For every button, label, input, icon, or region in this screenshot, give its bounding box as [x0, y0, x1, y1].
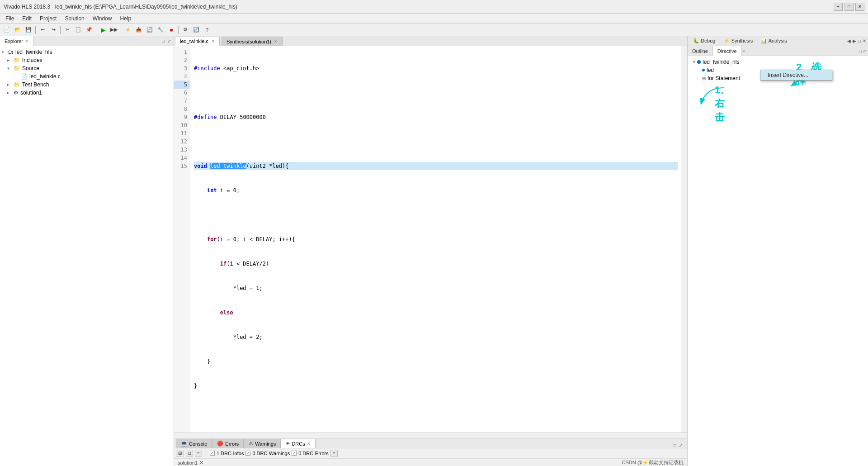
drc-infos-checkbox-group: 1 DRC-Infos: [210, 451, 244, 456]
top-right-tab-debug[interactable]: 🐛 Debug: [689, 37, 719, 45]
directive-tab-close[interactable]: ✕: [742, 49, 745, 53]
toolbar-stop[interactable]: ■: [166, 25, 176, 35]
bottom-btn-2[interactable]: □: [186, 450, 193, 456]
explorer-tab-close[interactable]: ✕: [25, 39, 28, 43]
toolbar-cosim[interactable]: 🔄: [145, 25, 155, 35]
bottom-tabs-row: 💻 Console 🔴 Errors ⚠ Warnings ✳ DRCs: [174, 438, 687, 448]
menu-edit[interactable]: Edit: [19, 14, 35, 23]
context-menu-insert-directive[interactable]: Insert Directive...: [760, 70, 832, 80]
editor-tab-led-c[interactable]: led_twinkle.c ✕: [175, 37, 220, 46]
expand-icon-source[interactable]: ▾: [7, 66, 12, 71]
tree-item-testbench[interactable]: ▸ 📁 Test Bench: [0, 81, 174, 89]
status-bar: solution1 ✕ CSDN @⚡截动支持记载机: [174, 458, 687, 466]
menu-solution[interactable]: Solution: [61, 14, 88, 23]
toolbar-impl[interactable]: 🔧: [156, 25, 165, 35]
file-icon-led-c: 📄: [21, 73, 28, 80]
toolbar-run[interactable]: ▶: [98, 25, 108, 35]
toolbar-open[interactable]: 📂: [13, 25, 23, 35]
explorer-minimize-btn[interactable]: □: [161, 38, 165, 43]
toolbar-undo[interactable]: ↩: [38, 25, 47, 35]
expand-icon-includes[interactable]: ▸: [7, 58, 12, 62]
vertical-scrollbar[interactable]: [681, 46, 687, 433]
toolbar-save[interactable]: 💾: [24, 25, 33, 35]
drcs-tab-close[interactable]: ✕: [307, 442, 311, 446]
bottom-tab-console[interactable]: 💻 Console: [176, 439, 212, 448]
line-num-11: 11: [174, 129, 190, 138]
menu-window[interactable]: Window: [89, 14, 116, 23]
right-minimize-btn[interactable]: □: [859, 48, 862, 53]
toolbar-help2[interactable]: ?: [202, 25, 212, 35]
explorer-tab-label: Explorer: [5, 38, 23, 44]
toolbar-cut[interactable]: ✂: [62, 25, 72, 35]
drc-warnings-label: 0 DRC-Warnings: [252, 451, 290, 456]
code-line-5: void led_twinkle(uint2 *led){: [194, 162, 678, 170]
drc-infos-checkbox[interactable]: [210, 451, 215, 456]
top-right-back-btn[interactable]: ◀: [847, 38, 851, 43]
bottom-tab-drcs[interactable]: ✳ DRCs ✕: [281, 439, 315, 448]
editor-tab-synthesis[interactable]: Synthesis(solution1) ✕: [222, 37, 283, 46]
right-maximize-btn[interactable]: ⤢: [863, 48, 866, 53]
minimize-button[interactable]: −: [834, 3, 843, 11]
top-right-minimize-btn[interactable]: □: [858, 38, 861, 43]
toolbar-run-all[interactable]: ▶▶: [109, 25, 119, 35]
toolbar-redo[interactable]: ↪: [48, 25, 58, 35]
tree-item-source[interactable]: ▾ 📁 Source: [0, 64, 174, 72]
bottom-tab-warnings[interactable]: ⚠ Warnings: [244, 439, 281, 448]
tree-label-led-c: led_twinkle.c: [29, 73, 61, 80]
outline-tab[interactable]: Outline: [688, 46, 712, 56]
code-line-12: *led = 2;: [194, 333, 678, 341]
toolbar-copy[interactable]: 📋: [73, 25, 83, 35]
explorer-maximize-btn[interactable]: ⤢: [166, 38, 172, 43]
tree-item-root[interactable]: ▾ 🗂 led_twinkle_hls: [0, 48, 174, 56]
code-line-3: #define DELAY 50000000: [194, 113, 678, 121]
editor-tab-synthesis-close[interactable]: ✕: [274, 39, 278, 44]
menu-file[interactable]: File: [2, 14, 18, 23]
toolbar-export[interactable]: 📤: [134, 25, 144, 35]
top-right-tab-synthesis[interactable]: ⚡ Synthesis: [720, 37, 756, 45]
toolbar-paste[interactable]: 📌: [84, 25, 94, 35]
toolbar-new[interactable]: 📄: [2, 25, 12, 35]
bottom-btn-3[interactable]: ≡: [195, 450, 202, 456]
menu-project[interactable]: Project: [36, 14, 60, 23]
outline-item-root[interactable]: ▾ led_twinkle_hls: [691, 58, 864, 66]
toolbar-refresh[interactable]: 🔃: [191, 25, 201, 35]
drc-warnings-checkbox[interactable]: [245, 451, 250, 456]
tree-item-solution1[interactable]: ▸ ⚙ solution1: [0, 89, 174, 97]
line-num-1: 1: [174, 48, 190, 56]
drc-filter-btn[interactable]: ≡: [330, 450, 338, 456]
toolbar-synth[interactable]: ⚡: [123, 25, 133, 35]
solution-tab-close[interactable]: ✕: [199, 460, 203, 466]
top-right-fwd-btn[interactable]: ▶: [853, 38, 856, 43]
top-right-tab-analysis[interactable]: 📊 Analysis: [757, 37, 790, 45]
close-button[interactable]: ✕: [855, 3, 864, 11]
directive-tab[interactable]: Directive: [712, 46, 742, 56]
toolbar-sep3: [96, 26, 96, 34]
bottom-btn-1[interactable]: ⊟: [176, 450, 184, 456]
maximize-button[interactable]: □: [844, 3, 854, 11]
top-right-maximize-btn[interactable]: ✕: [863, 38, 866, 43]
horizontal-scrollbar[interactable]: [174, 433, 687, 438]
code-editor[interactable]: #include <ap_cint.h> #define DELAY 50000…: [190, 46, 681, 433]
explorer-tab[interactable]: Explorer ✕: [0, 36, 33, 46]
editor-tab-synthesis-label: Synthesis(solution1): [226, 39, 271, 44]
editor-tab-led-c-close[interactable]: ✕: [211, 39, 215, 43]
tree-item-includes[interactable]: ▸ 📁 Includes: [0, 56, 174, 64]
menu-help[interactable]: Help: [116, 14, 135, 23]
drc-infos-label: 1 DRC-Infos: [217, 451, 244, 456]
bottom-tab-errors[interactable]: 🔴 Errors: [212, 439, 244, 448]
expand-icon-testbench[interactable]: ▸: [7, 82, 12, 87]
top-right-tabs: 🐛 Debug ⚡ Synthesis 📊 Analysis ◀ ▶ □ ✕: [688, 36, 868, 46]
toolbar-settings[interactable]: ⚙: [180, 25, 190, 35]
folder-icon-includes: 📁: [14, 57, 20, 63]
outline-expand-root[interactable]: ▾: [693, 60, 695, 64]
expand-icon-solution1[interactable]: ▸: [7, 90, 12, 95]
drc-errors-checkbox[interactable]: [292, 451, 297, 456]
bottom-maximize-btn[interactable]: ⤢: [678, 443, 684, 448]
expand-icon-root[interactable]: ▾: [2, 50, 6, 54]
folder-icon-root: 🗂: [8, 49, 14, 55]
tree-item-led-c[interactable]: ▸ 📄 led_twinkle.c: [0, 72, 174, 81]
bottom-minimize-btn[interactable]: □: [673, 443, 677, 448]
line-num-14: 14: [174, 154, 190, 162]
bottom-toolbar: ⊟ □ ≡ 1 DRC-Infos 0 DRC-Warnings: [174, 448, 687, 458]
editor-tab-bar: led_twinkle.c ✕ Synthesis(solution1) ✕: [174, 36, 687, 46]
